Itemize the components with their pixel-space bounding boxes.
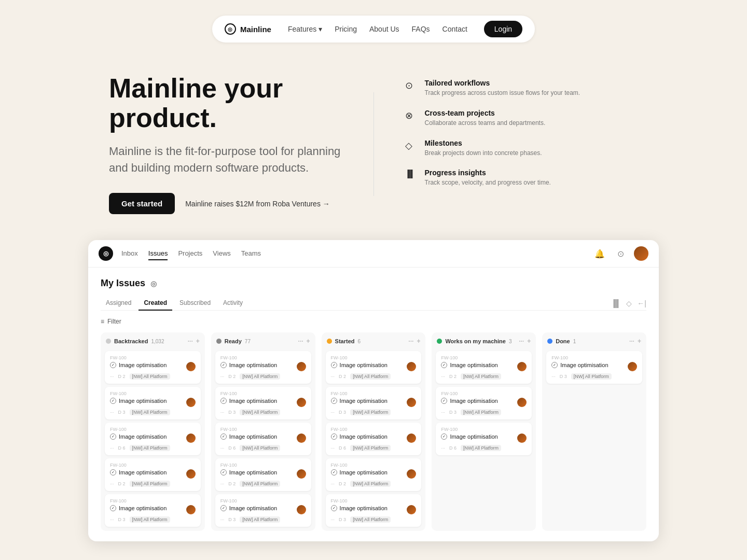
get-started-button[interactable]: Get started [109, 193, 175, 214]
kanban-card[interactable]: FW-100 ✓ Image optimisation ··· D 3 [NW]… [436, 387, 532, 419]
kanban-card[interactable]: FW-100 ✓ Image optimisation ··· D 3 [NW]… [215, 494, 311, 527]
card-meta: ··· D 2 [NW] All Platform [441, 373, 527, 380]
card-id: FW-100 [220, 463, 306, 468]
kanban-card[interactable]: FW-100 ✓ Image optimisation ··· D 2 [NW]… [215, 458, 311, 491]
status-dot-0 [106, 339, 111, 344]
col-add-icon-0[interactable]: + [196, 338, 200, 345]
filter-bar[interactable]: ≡ Filter [101, 318, 646, 325]
card-priority: D 3 [339, 517, 346, 522]
card-tag: [NW] All Platform [240, 481, 280, 487]
login-button[interactable]: Login [484, 21, 522, 37]
card-tag: [NW] All Platform [130, 445, 170, 451]
tab-assigned[interactable]: Assigned [101, 296, 136, 311]
col-add-icon-3[interactable]: + [527, 338, 531, 345]
card-priority: D 2 [339, 374, 346, 379]
column-header-0: Backtracked 1,032 ··· + [101, 332, 205, 349]
kanban-card[interactable]: FW-100 ✓ Image optimisation ··· D 6 [NW]… [326, 423, 422, 455]
card-title-row: ✓ Image optimisation [110, 398, 196, 407]
col-more-icon-1[interactable]: ··· [298, 338, 303, 345]
card-title-row: ✓ Image optimisation [110, 433, 196, 443]
card-status-icon: ✓ [331, 362, 337, 368]
app-nav: Inbox Issues Projects Views Teams [121, 247, 592, 260]
kanban-card[interactable]: FW-100 ✓ Image optimisation ··· D 3 [NW]… [105, 387, 201, 419]
nav-about[interactable]: About Us [369, 25, 399, 33]
card-meta-dots: ··· [110, 445, 114, 451]
card-avatar [297, 433, 306, 443]
app-nav-projects[interactable]: Projects [178, 247, 202, 260]
notifications-icon[interactable]: 🔔 [592, 246, 607, 261]
nav-links: Features ▾ Pricing About Us FAQs Contact [288, 25, 467, 33]
col-add-icon-4[interactable]: + [638, 338, 641, 345]
kanban-card[interactable]: FW-100 ✓ Image optimisation ··· D 3 [NW]… [326, 494, 422, 527]
kanban-card[interactable]: FW-100 ✓ Image optimisation ··· D 3 [NW]… [546, 351, 642, 384]
card-id: FW-100 [331, 427, 417, 432]
feature-title-1: Tailored workflows [425, 79, 580, 87]
app-nav-views[interactable]: Views [213, 247, 230, 260]
kanban-card[interactable]: FW-100 ✓ Image optimisation ··· D 2 [NW]… [105, 458, 201, 491]
card-meta: ··· D 2 [NW] All Platform [331, 481, 417, 487]
nav-features[interactable]: Features ▾ [288, 25, 322, 33]
kanban-card[interactable]: FW-100 ✓ Image optimisation ··· D 2 [NW]… [326, 458, 422, 491]
card-meta: ··· D 3 [NW] All Platform [331, 516, 417, 523]
card-meta-dots: ··· [110, 481, 114, 486]
nav-faqs[interactable]: FAQs [412, 25, 430, 33]
brand[interactable]: ◎ Mainline [225, 23, 271, 35]
kanban-card[interactable]: FW-100 ✓ Image optimisation ··· D 2 [NW]… [436, 351, 532, 384]
app-nav-teams[interactable]: Teams [241, 247, 261, 260]
kanban-card[interactable]: FW-100 ✓ Image optimisation ··· D 6 [NW]… [105, 423, 201, 455]
col-more-icon-4[interactable]: ··· [629, 338, 634, 345]
col-add-icon-2[interactable]: + [417, 338, 420, 345]
tab-subscribed[interactable]: Subscribed [174, 296, 216, 311]
kanban-card[interactable]: FW-100 ✓ Image optimisation ··· D 2 [NW]… [215, 351, 311, 384]
col-more-icon-0[interactable]: ··· [188, 338, 193, 345]
kanban-card[interactable]: FW-100 ✓ Image optimisation ··· D 3 [NW]… [215, 387, 311, 419]
nav-pricing[interactable]: Pricing [335, 25, 357, 33]
card-title-row: ✓ Image optimisation [331, 505, 417, 514]
app-topbar-actions: 🔔 ⊙ [592, 246, 648, 261]
tab-activity[interactable]: Activity [218, 296, 248, 311]
kanban-card[interactable]: FW-100 ✓ Image optimisation ··· D 6 [NW]… [215, 423, 311, 455]
diamond-icon[interactable]: ◇ [626, 299, 632, 307]
card-priority: D 2 [228, 481, 236, 486]
col-actions-1: ··· + [298, 338, 310, 345]
card-status-icon: ✓ [220, 469, 227, 475]
settings-icon[interactable]: ⊙ [613, 246, 628, 261]
card-priority: D 2 [118, 481, 126, 486]
kanban-card[interactable]: FW-100 ✓ Image optimisation ··· D 2 [NW]… [326, 351, 422, 384]
card-avatar [407, 433, 416, 443]
news-link[interactable]: Mainline raises $12M from Roba Ventures … [185, 200, 330, 208]
card-priority: D 3 [118, 517, 126, 522]
card-status-icon: ✓ [441, 433, 447, 440]
kanban-card[interactable]: FW-100 ✓ Image optimisation ··· D 6 [NW]… [436, 423, 532, 455]
card-title-row: ✓ Image optimisation [220, 398, 306, 407]
card-id: FW-100 [441, 391, 527, 396]
kanban-card[interactable]: FW-100 ✓ Image optimisation ··· D 3 [NW]… [326, 387, 422, 419]
col-add-icon-1[interactable]: + [307, 338, 310, 345]
col-more-icon-2[interactable]: ··· [408, 338, 413, 345]
card-meta: ··· D 6 [NW] All Platform [110, 445, 196, 451]
col-count-3: 3 [509, 339, 512, 344]
card-title: ✓ Image optimisation [331, 505, 388, 511]
card-title: ✓ Image optimisation [110, 505, 167, 511]
chart-icon[interactable]: ▐▌ [611, 299, 621, 307]
column-header-2: Started 6 ··· + [322, 332, 426, 349]
avatar[interactable] [634, 246, 648, 261]
app-nav-inbox[interactable]: Inbox [121, 247, 138, 260]
kanban-column-0: Backtracked 1,032 ··· + FW-100 ✓ Image o… [101, 332, 205, 531]
col-more-icon-3[interactable]: ··· [519, 338, 524, 345]
card-title-row: ✓ Image optimisation [441, 398, 527, 407]
card-tag: [NW] All Platform [350, 516, 391, 523]
kanban-card[interactable]: FW-100 ✓ Image optimisation ··· D 2 [NW]… [105, 351, 201, 384]
col-actions-3: ··· + [519, 338, 531, 345]
card-status-icon: ✓ [110, 433, 116, 440]
card-avatar [407, 505, 416, 514]
app-nav-issues[interactable]: Issues [148, 247, 168, 260]
card-title: ✓ Image optimisation [441, 433, 497, 440]
kanban-card[interactable]: FW-100 ✓ Image optimisation ··· D 3 [NW]… [105, 494, 201, 527]
features-list: ⊙ Tailored workflows Track progress acro… [405, 74, 639, 187]
nav-contact[interactable]: Contact [442, 25, 467, 33]
card-title-row: ✓ Image optimisation [331, 433, 417, 443]
card-title: ✓ Image optimisation [331, 469, 388, 475]
collapse-icon[interactable]: ←| [637, 299, 646, 307]
tab-created[interactable]: Created [139, 296, 172, 311]
